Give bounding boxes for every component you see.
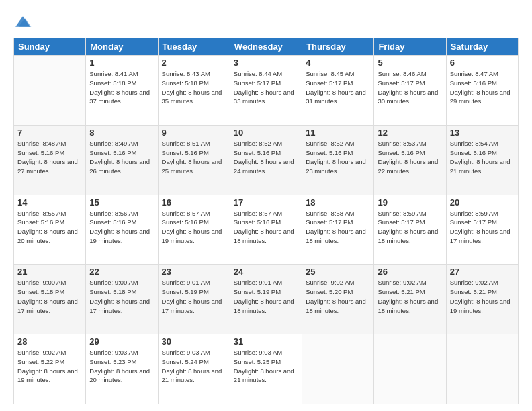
cell-date-number: 23	[162, 267, 226, 277]
calendar-cell: 11Sunrise: 8:52 AMSunset: 5:16 PMDayligh…	[302, 125, 374, 195]
calendar-cell	[14, 56, 86, 126]
cell-info: Sunrise: 8:45 AMSunset: 5:17 PMDaylight:…	[306, 69, 370, 106]
calendar-table: SundayMondayTuesdayWednesdayThursdayFrid…	[13, 38, 519, 404]
weekday-header-saturday: Saturday	[446, 38, 518, 56]
weekday-header-wednesday: Wednesday	[230, 38, 302, 56]
weekday-header-tuesday: Tuesday	[158, 38, 230, 56]
cell-info: Sunrise: 8:49 AMSunset: 5:16 PMDaylight:…	[89, 139, 154, 176]
cell-date-number: 16	[162, 197, 226, 208]
cell-date-number: 19	[378, 197, 442, 208]
cell-date-number: 29	[89, 336, 154, 347]
page: SundayMondayTuesdayWednesdayThursdayFrid…	[0, 0, 532, 411]
cell-date-number: 31	[234, 336, 298, 347]
calendar-cell: 22Sunrise: 9:00 AMSunset: 5:18 PMDayligh…	[86, 265, 158, 334]
cell-info: Sunrise: 9:00 AMSunset: 5:18 PMDaylight:…	[89, 278, 154, 315]
cell-date-number: 28	[17, 336, 82, 347]
calendar-cell: 12Sunrise: 8:53 AMSunset: 5:16 PMDayligh…	[374, 125, 446, 195]
calendar-cell: 5Sunrise: 8:46 AMSunset: 5:17 PMDaylight…	[374, 56, 446, 126]
cell-info: Sunrise: 9:02 AMSunset: 5:22 PMDaylight:…	[17, 348, 82, 385]
calendar-cell: 9Sunrise: 8:51 AMSunset: 5:16 PMDaylight…	[158, 125, 230, 195]
cell-date-number: 12	[378, 128, 442, 138]
cell-info: Sunrise: 9:03 AMSunset: 5:23 PMDaylight:…	[89, 348, 154, 385]
cell-info: Sunrise: 8:56 AMSunset: 5:16 PMDaylight:…	[89, 209, 154, 246]
cell-date-number: 1	[89, 58, 154, 68]
cell-date-number: 15	[89, 197, 154, 208]
cell-info: Sunrise: 8:47 AMSunset: 5:16 PMDaylight:…	[450, 69, 515, 106]
cell-info: Sunrise: 8:41 AMSunset: 5:18 PMDaylight:…	[89, 69, 154, 106]
calendar-cell: 24Sunrise: 9:01 AMSunset: 5:19 PMDayligh…	[230, 265, 302, 334]
cell-info: Sunrise: 8:57 AMSunset: 5:16 PMDaylight:…	[234, 209, 298, 246]
logo-icon	[13, 12, 32, 31]
calendar-cell: 14Sunrise: 8:55 AMSunset: 5:16 PMDayligh…	[14, 195, 86, 265]
cell-info: Sunrise: 9:01 AMSunset: 5:19 PMDaylight:…	[234, 278, 298, 315]
calendar-week-row: 14Sunrise: 8:55 AMSunset: 5:16 PMDayligh…	[14, 195, 519, 265]
calendar-cell	[446, 334, 518, 404]
calendar-cell: 29Sunrise: 9:03 AMSunset: 5:23 PMDayligh…	[86, 334, 158, 404]
calendar-cell: 18Sunrise: 8:58 AMSunset: 5:17 PMDayligh…	[302, 195, 374, 265]
cell-date-number: 27	[450, 267, 515, 277]
weekday-header-thursday: Thursday	[302, 38, 374, 56]
cell-date-number: 21	[17, 267, 82, 277]
cell-date-number: 17	[234, 197, 298, 208]
calendar-week-row: 28Sunrise: 9:02 AMSunset: 5:22 PMDayligh…	[14, 334, 519, 404]
cell-info: Sunrise: 8:53 AMSunset: 5:16 PMDaylight:…	[378, 139, 442, 176]
calendar-cell: 31Sunrise: 9:03 AMSunset: 5:25 PMDayligh…	[230, 334, 302, 404]
calendar-cell	[374, 334, 446, 404]
calendar-cell: 15Sunrise: 8:56 AMSunset: 5:16 PMDayligh…	[86, 195, 158, 265]
calendar-cell: 3Sunrise: 8:44 AMSunset: 5:17 PMDaylight…	[230, 56, 302, 126]
calendar-cell: 25Sunrise: 9:02 AMSunset: 5:20 PMDayligh…	[302, 265, 374, 334]
calendar-header-row: SundayMondayTuesdayWednesdayThursdayFrid…	[14, 38, 519, 56]
cell-info: Sunrise: 8:52 AMSunset: 5:16 PMDaylight:…	[306, 139, 370, 176]
cell-info: Sunrise: 8:48 AMSunset: 5:16 PMDaylight:…	[17, 139, 82, 176]
cell-info: Sunrise: 8:54 AMSunset: 5:16 PMDaylight:…	[450, 139, 515, 176]
cell-date-number: 22	[89, 267, 154, 277]
cell-date-number: 8	[89, 128, 154, 138]
cell-date-number: 14	[17, 197, 82, 208]
calendar-cell: 6Sunrise: 8:47 AMSunset: 5:16 PMDaylight…	[446, 56, 518, 126]
calendar-cell: 10Sunrise: 8:52 AMSunset: 5:16 PMDayligh…	[230, 125, 302, 195]
cell-info: Sunrise: 8:43 AMSunset: 5:18 PMDaylight:…	[162, 69, 226, 106]
calendar-cell: 27Sunrise: 9:02 AMSunset: 5:21 PMDayligh…	[446, 265, 518, 334]
cell-info: Sunrise: 8:55 AMSunset: 5:16 PMDaylight:…	[17, 209, 82, 246]
cell-date-number: 3	[234, 58, 298, 68]
cell-date-number: 7	[17, 128, 82, 138]
cell-date-number: 6	[450, 58, 515, 68]
logo	[13, 12, 35, 31]
calendar-week-row: 1Sunrise: 8:41 AMSunset: 5:18 PMDaylight…	[14, 56, 519, 126]
cell-date-number: 30	[162, 336, 226, 347]
calendar-week-row: 21Sunrise: 9:00 AMSunset: 5:18 PMDayligh…	[14, 265, 519, 334]
cell-date-number: 5	[378, 58, 442, 68]
cell-info: Sunrise: 8:44 AMSunset: 5:17 PMDaylight:…	[234, 69, 298, 106]
cell-info: Sunrise: 8:59 AMSunset: 5:17 PMDaylight:…	[450, 209, 515, 246]
cell-date-number: 13	[450, 128, 515, 138]
calendar-week-row: 7Sunrise: 8:48 AMSunset: 5:16 PMDaylight…	[14, 125, 519, 195]
cell-info: Sunrise: 9:02 AMSunset: 5:21 PMDaylight:…	[378, 278, 442, 315]
cell-date-number: 24	[234, 267, 298, 277]
cell-date-number: 20	[450, 197, 515, 208]
weekday-header-monday: Monday	[86, 38, 158, 56]
cell-info: Sunrise: 9:02 AMSunset: 5:20 PMDaylight:…	[306, 278, 370, 315]
cell-date-number: 4	[306, 58, 370, 68]
calendar-cell: 2Sunrise: 8:43 AMSunset: 5:18 PMDaylight…	[158, 56, 230, 126]
cell-info: Sunrise: 9:00 AMSunset: 5:18 PMDaylight:…	[17, 278, 82, 315]
calendar-cell: 21Sunrise: 9:00 AMSunset: 5:18 PMDayligh…	[14, 265, 86, 334]
cell-info: Sunrise: 9:01 AMSunset: 5:19 PMDaylight:…	[162, 278, 226, 315]
calendar-cell: 28Sunrise: 9:02 AMSunset: 5:22 PMDayligh…	[14, 334, 86, 404]
calendar-cell: 8Sunrise: 8:49 AMSunset: 5:16 PMDaylight…	[86, 125, 158, 195]
calendar-cell: 7Sunrise: 8:48 AMSunset: 5:16 PMDaylight…	[14, 125, 86, 195]
cell-date-number: 2	[162, 58, 226, 68]
cell-info: Sunrise: 9:02 AMSunset: 5:21 PMDaylight:…	[450, 278, 515, 315]
cell-info: Sunrise: 9:03 AMSunset: 5:25 PMDaylight:…	[234, 348, 298, 385]
cell-info: Sunrise: 8:52 AMSunset: 5:16 PMDaylight:…	[234, 139, 298, 176]
calendar-cell: 17Sunrise: 8:57 AMSunset: 5:16 PMDayligh…	[230, 195, 302, 265]
cell-date-number: 10	[234, 128, 298, 138]
cell-info: Sunrise: 8:58 AMSunset: 5:17 PMDaylight:…	[306, 209, 370, 246]
cell-date-number: 18	[306, 197, 370, 208]
calendar-cell: 1Sunrise: 8:41 AMSunset: 5:18 PMDaylight…	[86, 56, 158, 126]
calendar-cell: 19Sunrise: 8:59 AMSunset: 5:17 PMDayligh…	[374, 195, 446, 265]
calendar-cell: 13Sunrise: 8:54 AMSunset: 5:16 PMDayligh…	[446, 125, 518, 195]
weekday-header-friday: Friday	[374, 38, 446, 56]
cell-info: Sunrise: 8:57 AMSunset: 5:16 PMDaylight:…	[162, 209, 226, 246]
cell-date-number: 9	[162, 128, 226, 138]
cell-info: Sunrise: 9:03 AMSunset: 5:24 PMDaylight:…	[162, 348, 226, 385]
